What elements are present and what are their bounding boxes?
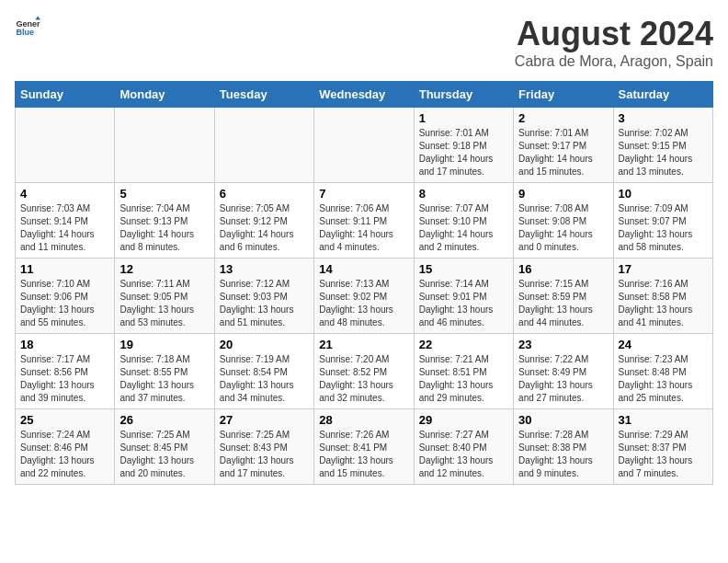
day-info: Sunrise: 7:28 AM Sunset: 8:38 PM Dayligh… bbox=[518, 429, 608, 480]
day-info: Sunrise: 7:01 AM Sunset: 9:17 PM Dayligh… bbox=[518, 127, 608, 178]
day-info: Sunrise: 7:16 AM Sunset: 8:58 PM Dayligh… bbox=[619, 278, 708, 329]
day-number: 3 bbox=[619, 111, 708, 125]
day-number: 5 bbox=[119, 187, 209, 201]
day-info: Sunrise: 7:11 AM Sunset: 9:05 PM Dayligh… bbox=[119, 278, 209, 329]
day-number: 4 bbox=[20, 187, 109, 201]
table-row: 27Sunrise: 7:25 AM Sunset: 8:43 PM Dayli… bbox=[214, 409, 313, 485]
day-number: 12 bbox=[119, 262, 209, 276]
page-header: General Blue August 2024 Cabra de Mora, … bbox=[15, 15, 713, 70]
table-row: 22Sunrise: 7:21 AM Sunset: 8:51 PM Dayli… bbox=[414, 334, 513, 409]
col-friday: Friday bbox=[514, 82, 613, 108]
day-info: Sunrise: 7:19 AM Sunset: 8:54 PM Dayligh… bbox=[220, 353, 309, 405]
calendar-week-2: 4Sunrise: 7:03 AM Sunset: 9:14 PM Daylig… bbox=[16, 183, 713, 259]
table-row: 3Sunrise: 7:02 AM Sunset: 9:15 PM Daylig… bbox=[613, 108, 712, 183]
col-tuesday: Tuesday bbox=[214, 82, 313, 108]
table-row: 4Sunrise: 7:03 AM Sunset: 9:14 PM Daylig… bbox=[16, 183, 115, 259]
title-section: August 2024 Cabra de Mora, Aragon, Spain bbox=[515, 15, 713, 70]
day-info: Sunrise: 7:23 AM Sunset: 8:48 PM Dayligh… bbox=[619, 353, 708, 405]
table-row: 14Sunrise: 7:13 AM Sunset: 9:02 PM Dayli… bbox=[314, 259, 414, 334]
calendar-week-1: 1Sunrise: 7:01 AM Sunset: 9:18 PM Daylig… bbox=[16, 108, 713, 183]
page-subtitle: Cabra de Mora, Aragon, Spain bbox=[515, 53, 713, 70]
table-row: 10Sunrise: 7:09 AM Sunset: 9:07 PM Dayli… bbox=[613, 183, 712, 259]
table-row: 29Sunrise: 7:27 AM Sunset: 8:40 PM Dayli… bbox=[414, 409, 513, 485]
calendar-week-5: 25Sunrise: 7:24 AM Sunset: 8:46 PM Dayli… bbox=[16, 409, 713, 485]
table-row bbox=[16, 108, 115, 183]
calendar-table: Sunday Monday Tuesday Wednesday Thursday… bbox=[15, 81, 713, 485]
table-row: 18Sunrise: 7:17 AM Sunset: 8:56 PM Dayli… bbox=[16, 334, 115, 409]
day-number: 15 bbox=[419, 262, 508, 276]
day-number: 31 bbox=[619, 413, 708, 427]
day-number: 2 bbox=[518, 111, 608, 125]
day-info: Sunrise: 7:09 AM Sunset: 9:07 PM Dayligh… bbox=[619, 202, 708, 254]
day-info: Sunrise: 7:21 AM Sunset: 8:51 PM Dayligh… bbox=[419, 353, 508, 405]
day-info: Sunrise: 7:24 AM Sunset: 8:46 PM Dayligh… bbox=[20, 429, 109, 480]
day-number: 24 bbox=[619, 338, 708, 351]
day-info: Sunrise: 7:18 AM Sunset: 8:55 PM Dayligh… bbox=[119, 353, 209, 405]
table-row: 23Sunrise: 7:22 AM Sunset: 8:49 PM Dayli… bbox=[514, 334, 613, 409]
table-row: 31Sunrise: 7:29 AM Sunset: 8:37 PM Dayli… bbox=[613, 409, 712, 485]
day-number: 20 bbox=[220, 338, 309, 351]
day-number: 6 bbox=[220, 187, 309, 201]
logo-icon: General Blue bbox=[15, 15, 40, 40]
table-row: 26Sunrise: 7:25 AM Sunset: 8:45 PM Dayli… bbox=[115, 409, 214, 485]
col-wednesday: Wednesday bbox=[314, 82, 414, 108]
day-number: 28 bbox=[319, 413, 408, 427]
col-sunday: Sunday bbox=[16, 82, 115, 108]
table-row: 11Sunrise: 7:10 AM Sunset: 9:06 PM Dayli… bbox=[16, 259, 115, 334]
day-info: Sunrise: 7:08 AM Sunset: 9:08 PM Dayligh… bbox=[518, 202, 608, 254]
table-row: 8Sunrise: 7:07 AM Sunset: 9:10 PM Daylig… bbox=[414, 183, 513, 259]
table-row: 19Sunrise: 7:18 AM Sunset: 8:55 PM Dayli… bbox=[115, 334, 214, 409]
table-row bbox=[115, 108, 214, 183]
day-number: 21 bbox=[319, 338, 408, 351]
day-number: 22 bbox=[419, 338, 508, 351]
day-info: Sunrise: 7:01 AM Sunset: 9:18 PM Dayligh… bbox=[419, 127, 508, 178]
calendar-header-row: Sunday Monday Tuesday Wednesday Thursday… bbox=[16, 82, 713, 108]
day-info: Sunrise: 7:13 AM Sunset: 9:02 PM Dayligh… bbox=[319, 278, 408, 329]
day-number: 9 bbox=[518, 187, 608, 201]
table-row: 6Sunrise: 7:05 AM Sunset: 9:12 PM Daylig… bbox=[214, 183, 313, 259]
table-row: 20Sunrise: 7:19 AM Sunset: 8:54 PM Dayli… bbox=[214, 334, 313, 409]
day-info: Sunrise: 7:17 AM Sunset: 8:56 PM Dayligh… bbox=[20, 353, 109, 405]
day-info: Sunrise: 7:05 AM Sunset: 9:12 PM Dayligh… bbox=[220, 202, 309, 254]
day-info: Sunrise: 7:07 AM Sunset: 9:10 PM Dayligh… bbox=[419, 202, 508, 254]
day-info: Sunrise: 7:04 AM Sunset: 9:13 PM Dayligh… bbox=[119, 202, 209, 254]
day-info: Sunrise: 7:12 AM Sunset: 9:03 PM Dayligh… bbox=[220, 278, 309, 329]
table-row: 25Sunrise: 7:24 AM Sunset: 8:46 PM Dayli… bbox=[16, 409, 115, 485]
table-row bbox=[214, 108, 313, 183]
svg-marker-2 bbox=[35, 16, 40, 19]
day-number: 19 bbox=[119, 338, 209, 351]
page-title: August 2024 bbox=[515, 15, 713, 53]
day-number: 10 bbox=[619, 187, 708, 201]
table-row: 28Sunrise: 7:26 AM Sunset: 8:41 PM Dayli… bbox=[314, 409, 414, 485]
day-number: 16 bbox=[518, 262, 608, 276]
day-number: 14 bbox=[319, 262, 408, 276]
day-info: Sunrise: 7:25 AM Sunset: 8:45 PM Dayligh… bbox=[119, 429, 209, 480]
day-number: 23 bbox=[518, 338, 608, 351]
day-number: 27 bbox=[220, 413, 309, 427]
day-number: 26 bbox=[119, 413, 209, 427]
svg-text:General: General bbox=[16, 19, 40, 29]
table-row: 24Sunrise: 7:23 AM Sunset: 8:48 PM Dayli… bbox=[613, 334, 712, 409]
day-number: 7 bbox=[319, 187, 408, 201]
day-info: Sunrise: 7:14 AM Sunset: 9:01 PM Dayligh… bbox=[419, 278, 508, 329]
day-number: 17 bbox=[619, 262, 708, 276]
table-row: 12Sunrise: 7:11 AM Sunset: 9:05 PM Dayli… bbox=[115, 259, 214, 334]
table-row: 7Sunrise: 7:06 AM Sunset: 9:11 PM Daylig… bbox=[314, 183, 414, 259]
calendar-week-3: 11Sunrise: 7:10 AM Sunset: 9:06 PM Dayli… bbox=[16, 259, 713, 334]
table-row: 5Sunrise: 7:04 AM Sunset: 9:13 PM Daylig… bbox=[115, 183, 214, 259]
day-number: 25 bbox=[20, 413, 109, 427]
day-number: 13 bbox=[220, 262, 309, 276]
col-thursday: Thursday bbox=[414, 82, 513, 108]
day-number: 11 bbox=[20, 262, 109, 276]
table-row: 21Sunrise: 7:20 AM Sunset: 8:52 PM Dayli… bbox=[314, 334, 414, 409]
day-info: Sunrise: 7:20 AM Sunset: 8:52 PM Dayligh… bbox=[319, 353, 408, 405]
day-info: Sunrise: 7:10 AM Sunset: 9:06 PM Dayligh… bbox=[20, 278, 109, 329]
day-info: Sunrise: 7:22 AM Sunset: 8:49 PM Dayligh… bbox=[518, 353, 608, 405]
col-saturday: Saturday bbox=[613, 82, 712, 108]
day-info: Sunrise: 7:29 AM Sunset: 8:37 PM Dayligh… bbox=[619, 429, 708, 480]
day-info: Sunrise: 7:25 AM Sunset: 8:43 PM Dayligh… bbox=[220, 429, 309, 480]
table-row: 2Sunrise: 7:01 AM Sunset: 9:17 PM Daylig… bbox=[514, 108, 613, 183]
day-info: Sunrise: 7:06 AM Sunset: 9:11 PM Dayligh… bbox=[319, 202, 408, 254]
day-info: Sunrise: 7:02 AM Sunset: 9:15 PM Dayligh… bbox=[619, 127, 708, 178]
logo: General Blue bbox=[15, 15, 40, 40]
